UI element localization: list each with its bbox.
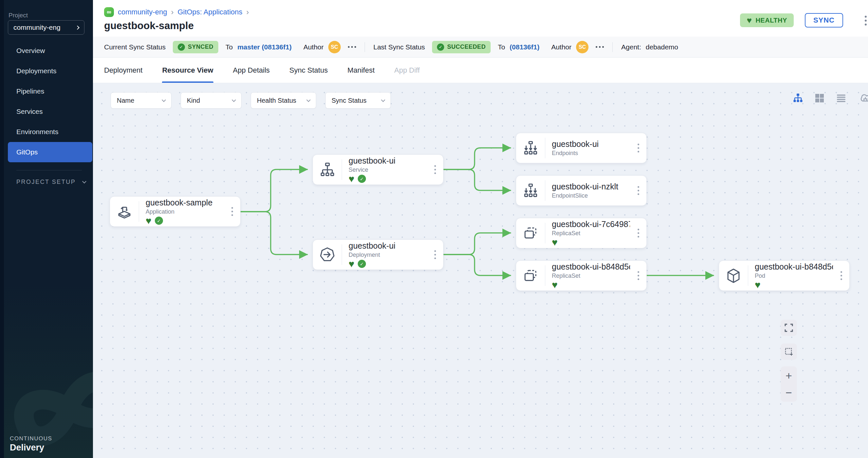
filter-health-status-dropdown[interactable]: Health Status — [251, 92, 316, 109]
node-kind: Service — [348, 166, 427, 173]
author-avatar[interactable]: SC — [576, 41, 588, 53]
application-icon — [110, 203, 139, 221]
node-kebab-menu[interactable] — [224, 207, 240, 216]
chevron-down-icon — [306, 98, 311, 102]
page-header: ∞ community-eng › GitOps: Applications ›… — [93, 0, 868, 37]
node-kind: Endpoints — [552, 150, 630, 157]
clipped-canvas-icon[interactable] — [859, 92, 868, 104]
node-kebab-menu[interactable] — [630, 271, 646, 280]
tab-app-details[interactable]: App Details — [233, 58, 270, 83]
tab-sync-status[interactable]: Sync Status — [289, 58, 328, 83]
agent-label: Agent: — [621, 43, 641, 51]
tree-view-icon[interactable] — [793, 93, 803, 103]
node-kebab-menu[interactable] — [427, 165, 443, 174]
healthy-heart-icon: ♥ — [755, 281, 761, 289]
node-kind: Application — [146, 208, 224, 215]
node-endpoints-guestbook-ui[interactable]: guestbook-ui Endpoints — [516, 133, 647, 163]
filter-kind-dropdown[interactable]: Kind — [181, 92, 242, 109]
node-endpointslice-guestbook-ui-nzklt[interactable]: guestbook-ui-nzklt EndpointSlice — [516, 175, 647, 206]
replicaset-icon — [516, 224, 545, 242]
header-kebab-menu[interactable] — [865, 16, 867, 26]
current-revision-link[interactable]: master (08136f1) — [237, 43, 291, 51]
sync-button[interactable]: SYNC — [805, 13, 843, 28]
check-circle-icon: ✓ — [437, 43, 444, 51]
sidebar-item-gitops[interactable]: GitOps — [8, 142, 92, 162]
chevron-down-icon — [232, 98, 236, 102]
node-kebab-menu[interactable] — [630, 186, 646, 195]
breadcrumb-project-link[interactable]: community-eng — [118, 8, 167, 17]
chevron-down-icon — [381, 98, 385, 102]
node-title: guestbook-ui — [348, 156, 427, 166]
gitops-app-icon: ∞ — [104, 7, 114, 17]
zoom-control-panel: + − — [781, 366, 797, 402]
view-toggle-group — [793, 93, 846, 103]
node-kind: ReplicaSet — [552, 272, 630, 280]
node-title: guestbook-ui-7c64987dc9 — [552, 220, 630, 229]
sidebar-item-services[interactable]: Services — [0, 101, 93, 122]
node-replicaset-guestbook-ui-7c64987dc9[interactable]: guestbook-ui-7c64987dc9 ReplicaSet ♥ — [516, 218, 647, 248]
node-pod-guestbook-ui-b848d5d9d[interactable]: guestbook-ui-b848d5d9... Pod ♥ — [719, 260, 850, 291]
sidebar-item-overview[interactable]: Overview — [0, 40, 93, 61]
node-title: guestbook-ui — [348, 241, 427, 251]
zoom-out-button[interactable]: − — [783, 387, 795, 398]
breadcrumb-separator: › — [246, 7, 249, 17]
divider — [612, 42, 613, 52]
author-avatar[interactable]: SC — [328, 41, 341, 53]
project-label: Project — [8, 12, 28, 19]
tab-manifest[interactable]: Manifest — [347, 58, 374, 83]
list-view-icon[interactable] — [836, 93, 846, 103]
node-kebab-menu[interactable] — [833, 271, 849, 280]
breadcrumb-applications-link[interactable]: GitOps: Applications — [177, 8, 242, 17]
tab-deployment[interactable]: Deployment — [104, 58, 143, 83]
node-replicaset-guestbook-ui-b848d5d9d[interactable]: guestbook-ui-b848d5d9d ReplicaSet ♥ — [516, 260, 647, 291]
app-tabs: Deployment Resource View App Details Syn… — [93, 58, 868, 83]
zoom-in-button[interactable]: + — [783, 370, 795, 382]
tab-app-diff: App Diff — [394, 58, 420, 83]
node-kebab-menu[interactable] — [630, 143, 646, 153]
filter-name-dropdown[interactable]: Name — [111, 92, 172, 109]
service-icon — [313, 161, 342, 178]
synced-check-icon: ✓ — [358, 260, 366, 268]
endpoints-icon — [516, 139, 545, 157]
grid-view-icon[interactable] — [814, 93, 825, 103]
node-kebab-menu[interactable] — [427, 250, 443, 259]
healthy-heart-icon: ♥ — [348, 175, 354, 183]
fullscreen-button[interactable] — [781, 320, 797, 336]
node-title: guestbook-ui-nzklt — [552, 182, 630, 191]
current-sync-kebab-menu[interactable] — [348, 46, 356, 48]
to-label: To — [498, 43, 505, 51]
project-setup-toggle[interactable]: PROJECT SETUP — [17, 178, 86, 186]
chevron-right-icon — [75, 26, 80, 30]
healthy-heart-icon: ♥ — [552, 281, 558, 289]
marquee-zoom-button[interactable] — [781, 344, 797, 360]
author-label: Author — [303, 43, 324, 51]
deployment-icon — [313, 246, 342, 264]
healthy-heart-icon: ♥ — [348, 260, 354, 268]
agent-value: debademo — [646, 43, 678, 51]
main-area: ∞ community-eng › GitOps: Applications ›… — [93, 0, 868, 458]
node-service-guestbook-ui[interactable]: guestbook-ui Service ♥ ✓ — [313, 155, 443, 185]
node-kind: EndpointSlice — [552, 192, 630, 199]
last-sync-kebab-menu[interactable] — [596, 46, 604, 48]
last-revision-link[interactable]: (08136f1) — [509, 43, 539, 51]
node-title: guestbook-sample — [146, 198, 224, 207]
node-application-guestbook-sample[interactable]: guestbook-sample Application ♥ ✓ — [110, 196, 241, 227]
module-logo-line1: CONTINUOUS — [10, 435, 52, 442]
sidebar-item-environments[interactable]: Environments — [0, 122, 93, 142]
sidebar-item-pipelines[interactable]: Pipelines — [0, 81, 93, 101]
author-label: Author — [551, 43, 571, 51]
header-actions: ♥ HEALTHY SYNC — [740, 13, 843, 28]
sidebar-item-deployments[interactable]: Deployments — [0, 61, 93, 81]
healthy-heart-icon: ♥ — [146, 217, 152, 225]
resource-graph-canvas[interactable]: Name Kind Health Status Sync Status — [93, 83, 868, 458]
tab-resource-view[interactable]: Resource View — [162, 58, 213, 83]
chevron-down-icon — [82, 179, 86, 184]
check-circle-icon: ✓ — [178, 43, 185, 51]
project-selector[interactable]: community-eng — [8, 20, 85, 35]
node-kebab-menu[interactable] — [630, 229, 646, 237]
sidebar-nav: Overview Deployments Pipelines Services … — [0, 40, 93, 162]
pod-icon — [719, 267, 748, 285]
node-deployment-guestbook-ui[interactable]: guestbook-ui Deployment ♥ ✓ — [313, 239, 443, 270]
filter-sync-status-dropdown[interactable]: Sync Status — [326, 92, 391, 109]
breadcrumb-separator: › — [171, 7, 174, 17]
